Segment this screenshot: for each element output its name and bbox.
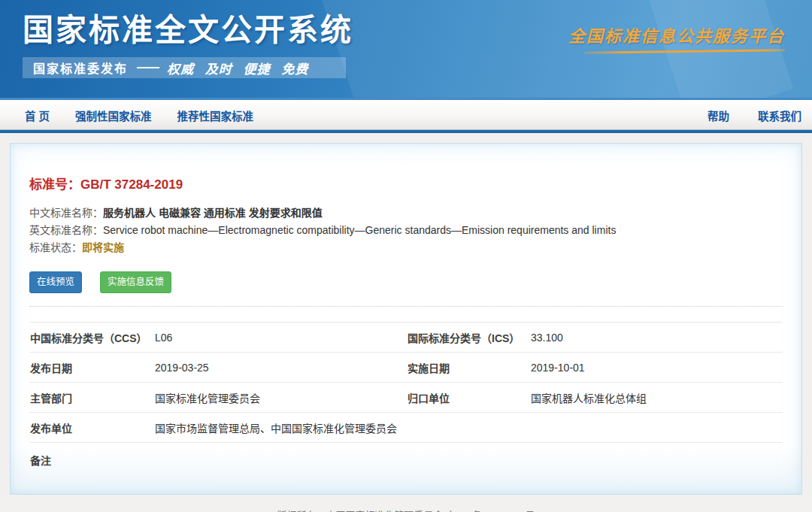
nav-item-help[interactable]: 帮助 <box>707 108 729 123</box>
nav-item-home[interactable]: 首 页 <box>25 108 50 123</box>
table-row-classification: 中国标准分类号（CCS） L06 国际标准分类号（ICS） 33.100 <box>29 323 783 353</box>
table-row-dates: 发布日期 2019-03-25 实施日期 2019-10-01 <box>29 353 783 383</box>
site-title: 国家标准全文公开系统 <box>23 5 353 50</box>
en-name-line: 英文标准名称：Service robot machine—Electromagn… <box>29 222 783 239</box>
centralized-unit-label: 归口单位 <box>407 390 531 405</box>
issuing-unit-value: 国家市场监督管理总局、中国国家标准化管理委员会 <box>155 420 783 435</box>
ics-label: 国际标准分类号（ICS） <box>407 330 531 345</box>
table-row-issuing-unit: 发布单位 国家市场监督管理总局、中国国家标准化管理委员会 <box>29 413 783 443</box>
online-preview-button[interactable]: 在线预览 <box>29 271 82 293</box>
ccs-value: L06 <box>155 332 407 344</box>
dotted-separator <box>29 306 783 307</box>
table-row-departments: 主管部门 国家标准化管理委员会 归口单位 国家机器人标准化总体组 <box>29 383 783 413</box>
cn-name-line: 中文标准名称：服务机器人 电磁兼容 通用标准 发射要求和限值 <box>29 204 783 222</box>
cn-name-label: 中文标准名称： <box>29 207 103 219</box>
status-label: 标准状态： <box>29 241 82 253</box>
issuing-unit-label: 发布单位 <box>29 420 155 435</box>
implement-date-value: 2019-10-01 <box>531 362 783 374</box>
standard-info-table: 中国标准分类号（CCS） L06 国际标准分类号（ICS） 33.100 发布日… <box>29 322 783 480</box>
ics-value: 33.100 <box>531 332 783 344</box>
nav-item-mandatory-standards[interactable]: 强制性国家标准 <box>75 108 152 123</box>
implement-date-label: 实施日期 <box>407 360 531 375</box>
competent-dept-value: 国家标准化管理委员会 <box>155 390 407 405</box>
implementation-feedback-button[interactable]: 实施信息反馈 <box>100 271 171 293</box>
standard-number-value: GB/T 37284-2019 <box>80 177 183 192</box>
header-subtitle-band: 国家标准委发布 —— 权威 及时 便捷 免费 <box>23 57 346 78</box>
table-row-remarks: 备注 <box>29 443 783 480</box>
main-navigation: 首 页 强制性国家标准 推荐性国家标准 帮助 联系我们 <box>0 98 812 133</box>
platform-underline-decor <box>583 49 785 54</box>
nav-right-group: 帮助 联系我们 <box>707 108 801 123</box>
main-content-area: 标准号：GB/T 37284-2019 中文标准名称：服务机器人 电磁兼容 通用… <box>0 133 812 495</box>
status-line: 标准状态：即将实施 <box>29 239 783 256</box>
standard-detail-card: 标准号：GB/T 37284-2019 中文标准名称：服务机器人 电磁兼容 通用… <box>10 143 802 495</box>
action-button-row: 在线预览 实施信息反馈 <box>29 271 783 293</box>
platform-name[interactable]: 全国标准信息公共服务平台 <box>568 23 785 47</box>
subtitle-dash: —— <box>137 61 158 74</box>
standard-number-heading: 标准号：GB/T 37284-2019 <box>29 174 783 192</box>
slogan-text: 权威 及时 便捷 免费 <box>167 59 308 77</box>
remarks-label: 备注 <box>29 453 155 468</box>
nav-left-group: 首 页 强制性国家标准 推荐性国家标准 <box>25 108 253 123</box>
nav-item-recommended-standards[interactable]: 推荐性国家标准 <box>177 108 254 123</box>
page-footer: 版权所有：中国国家标准化管理委员会 京ICP备09001239号 <box>0 495 812 512</box>
publish-date-label: 发布日期 <box>29 360 155 375</box>
publisher-label: 国家标准委发布 <box>33 59 128 77</box>
status-badge: 即将实施 <box>82 241 124 253</box>
centralized-unit-value: 国家机器人标准化总体组 <box>531 390 783 405</box>
nav-item-contact[interactable]: 联系我们 <box>758 108 801 123</box>
ccs-label: 中国标准分类号（CCS） <box>29 330 155 345</box>
site-header: 国家标准全文公开系统 国家标准委发布 —— 权威 及时 便捷 免费 全国标准信息… <box>0 0 812 98</box>
publish-date-value: 2019-03-25 <box>155 362 407 374</box>
cn-name-value: 服务机器人 电磁兼容 通用标准 发射要求和限值 <box>103 207 323 219</box>
en-name-label: 英文标准名称： <box>29 224 103 236</box>
standard-number-label: 标准号： <box>29 177 80 192</box>
en-name-value: Service robot machine—Electromagnetic co… <box>103 224 616 236</box>
platform-logo[interactable]: 全国标准信息公共服务平台 <box>568 23 785 53</box>
competent-dept-label: 主管部门 <box>29 390 155 405</box>
